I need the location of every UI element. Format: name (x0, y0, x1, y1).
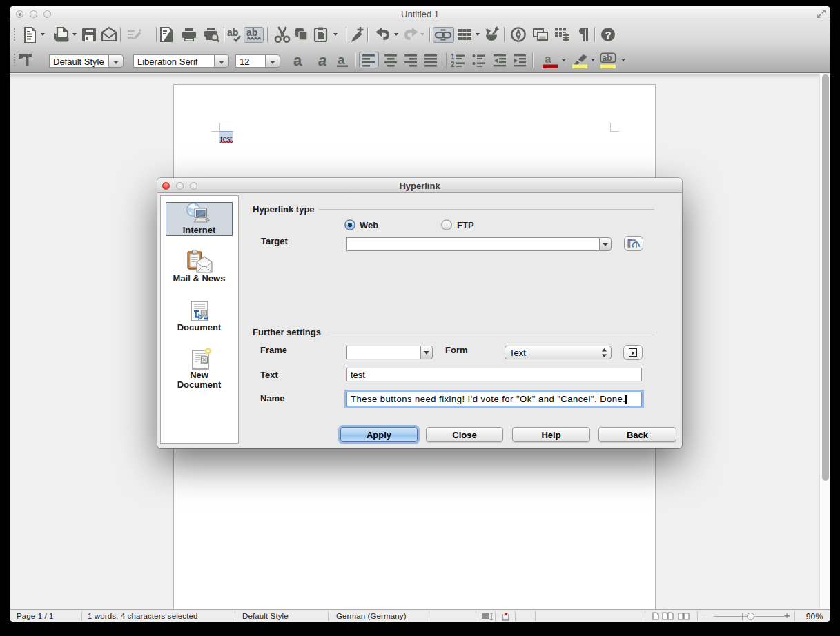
svg-text:ab: ab (246, 27, 257, 38)
svg-text:ab: ab (603, 53, 612, 63)
svg-text:a: a (318, 52, 326, 69)
svg-text:2: 2 (451, 61, 455, 68)
svg-text:1: 1 (451, 53, 455, 61)
svg-text:a: a (338, 52, 345, 67)
svg-text:*: * (505, 612, 508, 619)
svg-text:?: ? (605, 29, 612, 41)
svg-text:ab: ab (227, 27, 238, 38)
svg-text:a: a (293, 52, 302, 69)
svg-text:a: a (545, 52, 551, 66)
